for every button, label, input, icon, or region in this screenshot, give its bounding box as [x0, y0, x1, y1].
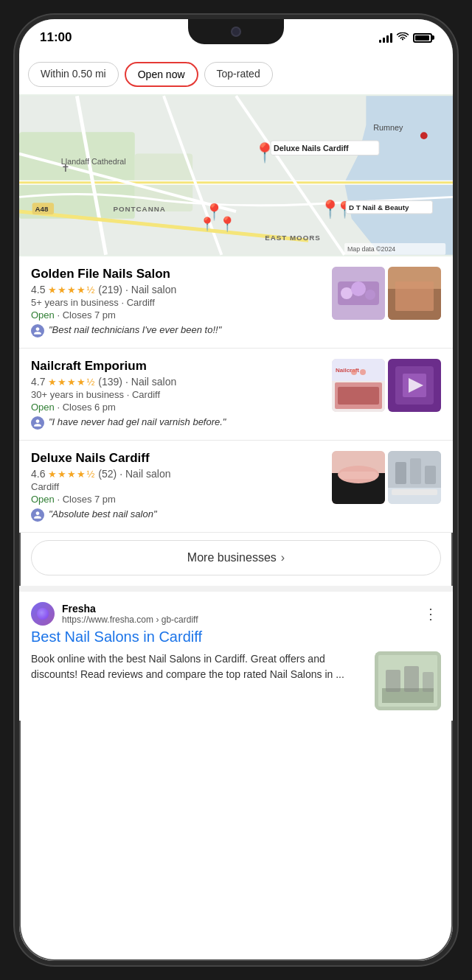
- filter-within[interactable]: Within 0.50 mi: [28, 62, 119, 87]
- filter-open-now[interactable]: Open now: [125, 62, 198, 87]
- listing-meta: 30+ years in business · Cardiff: [31, 389, 323, 400]
- svg-text:📍: 📍: [218, 216, 237, 234]
- battery-icon: [413, 33, 432, 43]
- listing-name: Nailcraft Emporium: [31, 359, 323, 374]
- reviewer-avatar: [31, 416, 44, 430]
- listing-type: · Nail salon: [125, 376, 176, 388]
- review-text: "Best nail technicians I've ever been to…: [49, 323, 221, 337]
- reviewer-avatar: [31, 324, 44, 337]
- listing-info: Golden File Nails Salon 4.5 ★★★★½ (219) …: [31, 267, 323, 337]
- notch: [188, 19, 284, 44]
- listing-item[interactable]: Golden File Nails Salon 4.5 ★★★★½ (219) …: [19, 256, 453, 349]
- star-icons: ★★★★½: [48, 377, 95, 388]
- source-url: https://www.fresha.com › gb-cardiff: [62, 615, 198, 625]
- source-icon-inner: [37, 608, 49, 620]
- listing-review: "Best nail technicians I've ever been to…: [31, 323, 323, 337]
- review-count: (52): [98, 468, 117, 480]
- listing-info: Nailcraft Emporium 4.7 ★★★★½ (139) · Nai…: [31, 359, 323, 430]
- open-status: Open: [31, 494, 55, 505]
- listing-rating-row: 4.6 ★★★★½ (52) · Nail salon: [31, 468, 323, 480]
- svg-text:EAST MOORS: EAST MOORS: [265, 234, 321, 242]
- web-result: Fresha https://www.fresha.com › gb-cardi…: [19, 592, 453, 721]
- listing-review: "Absolute best nail salon": [31, 508, 323, 522]
- source-row: Fresha https://www.fresha.com › gb-cardi…: [31, 602, 441, 626]
- svg-text:Deluxe Nails Cardiff: Deluxe Nails Cardiff: [274, 144, 349, 153]
- listing-hours: Open · Closes 7 pm: [31, 494, 323, 505]
- svg-rect-45: [338, 387, 379, 405]
- listing-images: [332, 267, 441, 337]
- web-result-title[interactable]: Best Nail Salons in Cardiff: [31, 629, 441, 645]
- svg-rect-64: [404, 666, 419, 692]
- listing-name: Deluxe Nails Cardiff: [31, 451, 323, 466]
- svg-text:PONTCANNA: PONTCANNA: [113, 205, 165, 213]
- listing-rating-row: 4.7 ★★★★½ (139) · Nail salon: [31, 376, 323, 388]
- listing-image-2: [388, 359, 441, 412]
- status-time: 11:00: [40, 30, 72, 45]
- svg-rect-63: [386, 670, 400, 692]
- listing-item[interactable]: Deluxe Nails Cardiff 4.6 ★★★★½ (52) · Na…: [19, 441, 453, 533]
- svg-point-43: [360, 369, 366, 375]
- listing-meta: 5+ years in business · Cardiff: [31, 297, 323, 308]
- more-businesses-button[interactable]: More businesses ›: [31, 540, 441, 575]
- svg-rect-57: [395, 462, 406, 484]
- reviewer-avatar: [31, 508, 44, 522]
- more-businesses-label: More businesses: [187, 551, 277, 564]
- listing-type: · Nail salon: [119, 468, 170, 480]
- status-icons: [379, 32, 432, 43]
- wifi-icon: [397, 32, 409, 43]
- svg-rect-58: [410, 458, 421, 484]
- star-icons: ★★★★½: [48, 469, 95, 480]
- svg-text:Map data ©2024: Map data ©2024: [347, 245, 395, 253]
- listing-name: Golden File Nails Salon: [31, 267, 323, 281]
- signal-bars-icon: [379, 32, 392, 43]
- listing-info: Deluxe Nails Cardiff 4.6 ★★★★½ (52) · Na…: [31, 451, 323, 522]
- listing-image-2: [388, 451, 441, 504]
- rating-number: 4.6: [31, 468, 45, 480]
- rating-number: 4.7: [31, 376, 45, 388]
- map-svg: ✝ Llandaff Cathedral PONTCANNA EAST MOOR…: [19, 94, 453, 256]
- listing-image-1: [332, 267, 385, 320]
- listing-meta: Cardiff: [31, 481, 323, 492]
- svg-rect-65: [423, 672, 434, 692]
- filter-top-rated[interactable]: Top-rated: [204, 62, 273, 87]
- listing-type: · Nail salon: [125, 284, 176, 295]
- listing-image-2: [388, 267, 441, 320]
- listing-item[interactable]: Nailcraft Emporium 4.7 ★★★★½ (139) · Nai…: [19, 349, 453, 441]
- svg-point-33: [341, 287, 353, 299]
- svg-text:Rumney: Rumney: [373, 123, 403, 132]
- svg-text:A48: A48: [35, 205, 49, 213]
- listing-images: [332, 451, 441, 522]
- svg-rect-56: [392, 489, 437, 495]
- chevron-right-icon: ›: [281, 551, 285, 564]
- camera-indicator: [231, 27, 241, 37]
- listings-container: Golden File Nails Salon 4.5 ★★★★½ (219) …: [19, 256, 453, 533]
- map-view[interactable]: ✝ Llandaff Cathedral PONTCANNA EAST MOOR…: [19, 94, 453, 256]
- more-options-button[interactable]: ⋮: [420, 602, 441, 626]
- review-count: (139): [98, 376, 122, 388]
- source-left: Fresha https://www.fresha.com › gb-cardi…: [31, 602, 198, 626]
- web-content-row: Book online with the best Nail Salons in…: [31, 651, 441, 710]
- filter-bar: Within 0.50 mi Open now Top-rated: [19, 56, 453, 94]
- svg-text:📍: 📍: [199, 216, 216, 232]
- svg-text:D T Nail & Beauty: D T Nail & Beauty: [349, 203, 409, 211]
- review-text: "Absolute best nail salon": [49, 508, 157, 521]
- svg-point-34: [351, 281, 366, 296]
- listing-hours: Open · Closes 6 pm: [31, 402, 323, 413]
- svg-rect-59: [425, 466, 436, 484]
- star-icons: ★★★★½: [48, 284, 95, 295]
- svg-text:Llandaff Cathedral: Llandaff Cathedral: [61, 157, 126, 166]
- review-count: (219): [98, 284, 122, 295]
- svg-point-35: [365, 290, 375, 300]
- open-status: Open: [31, 309, 55, 321]
- listing-hours: Open · Closes 7 pm: [31, 309, 323, 321]
- review-text: "I have never had gel nail varnish befor…: [49, 416, 226, 429]
- source-name: Fresha: [62, 603, 198, 615]
- listing-images: Nailcraft: [332, 359, 441, 430]
- status-bar: 11:00: [19, 19, 453, 56]
- listing-review: "I have never had gel nail varnish befor…: [31, 416, 323, 430]
- source-info: Fresha https://www.fresha.com › gb-cardi…: [62, 603, 198, 625]
- svg-rect-53: [339, 472, 378, 479]
- web-thumbnail: [375, 651, 441, 710]
- section-separator: [19, 586, 453, 592]
- listing-rating-row: 4.5 ★★★★½ (219) · Nail salon: [31, 284, 323, 295]
